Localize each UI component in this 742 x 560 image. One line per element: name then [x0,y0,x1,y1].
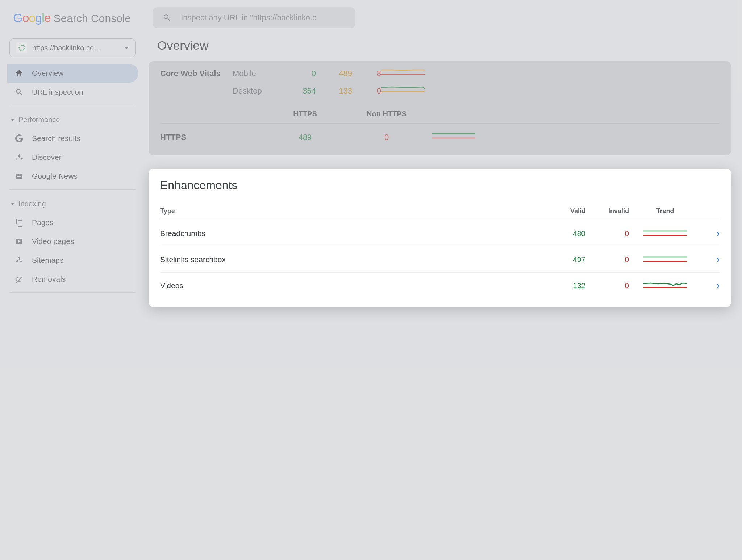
sidebar-item-discover[interactable]: Discover [7,148,138,167]
sidebar-section-performance[interactable]: Performance [7,111,138,129]
property-label: https://backlinko.co... [32,44,100,52]
sparkline [381,68,439,79]
chevron-down-icon [124,47,129,49]
sidebar-item-label: Pages [32,218,54,227]
app-logo: Google Search Console [13,11,131,25]
sidebar-item-label: Overview [32,69,64,78]
sidebar-item-label: Discover [32,153,62,162]
nonhttps-count: 0 [341,133,432,142]
section-label: Performance [18,116,60,124]
app-name: Search Console [54,12,131,25]
col-header-valid: Valid [546,207,585,215]
sidebar-section-indexing[interactable]: Indexing [7,195,138,213]
sitemaps-icon [14,256,24,265]
https-row[interactable]: HTTPS 489 0 [160,124,720,145]
url-inspect-search[interactable] [153,7,355,28]
col-header-https: HTTPS [269,110,341,118]
enh-valid: 132 [546,281,585,290]
col-header-type: Type [160,207,546,215]
https-header-row: HTTPS Non HTTPS [160,100,720,123]
cwv-good: 364 [283,86,316,96]
chevron-right-icon: › [701,280,720,291]
divider [9,292,136,293]
discover-icon [14,153,24,162]
sidebar-item-label: Sitemaps [32,256,64,265]
chevron-right-icon: › [701,228,720,239]
cwv-poor: 0 [352,86,381,96]
cwv-row-desktop[interactable]: Desktop 364 133 0 [160,82,720,100]
enh-invalid: 0 [585,281,629,290]
enh-type: Videos [160,281,546,290]
google-logo: Google [13,11,51,25]
enh-invalid: 0 [585,255,629,264]
sidebar-item-label: URL inspection [32,88,83,96]
enh-valid: 497 [546,255,585,264]
enhancements-title: Enhancements [160,179,720,192]
enh-valid: 480 [546,229,585,238]
chevron-right-icon: › [701,254,720,265]
enhancements-header-row: Type Valid Invalid Trend [160,204,720,220]
cwv-row-mobile[interactable]: Core Web Vitals Mobile 0 489 8 [160,65,720,82]
google-g-icon [14,134,24,143]
cwv-needs-improvement: 489 [316,69,352,78]
sidebar-item-url-inspection[interactable]: URL inspection [7,83,138,101]
sparkline [629,281,701,290]
sidebar-item-label: Search results [32,134,80,143]
svg-point-0 [19,45,25,51]
sidebar-item-google-news[interactable]: Google News [7,167,138,186]
enhancements-row-videos[interactable]: Videos 132 0 › [160,273,720,298]
sparkline [629,255,701,264]
col-header-trend: Trend [629,207,701,215]
sidebar-item-removals[interactable]: Removals [7,270,138,289]
sparkline [381,85,439,97]
chevron-down-icon [11,119,15,121]
cwv-device: Mobile [233,69,283,78]
news-icon [14,172,24,181]
sidebar-item-video-pages[interactable]: Video pages [7,232,138,251]
section-label: Indexing [18,200,46,208]
sidebar: https://backlinko.co... Overview URL ins… [0,36,145,335]
sparkline [432,132,720,143]
sidebar-item-sitemaps[interactable]: Sitemaps [7,251,138,270]
main-content: Overview Core Web Vitals Mobile 0 489 8 … [145,36,742,335]
app-shell: https://backlinko.co... Overview URL ins… [0,36,742,335]
cwv-device: Desktop [233,86,283,96]
https-count: 489 [269,133,341,142]
enhancements-row-breadcrumbs[interactable]: Breadcrumbs 480 0 › [160,220,720,246]
sparkline [629,229,701,238]
chevron-down-icon [11,203,15,205]
pages-icon [14,218,24,227]
sidebar-item-label: Video pages [32,237,74,246]
sidebar-item-overview[interactable]: Overview [7,64,138,83]
enh-type: Sitelinks searchbox [160,255,546,264]
cwv-label: Core Web Vitals [160,69,233,78]
enhancements-row-sitelinks-searchbox[interactable]: Sitelinks searchbox 497 0 › [160,246,720,273]
property-selector[interactable]: https://backlinko.co... [9,38,136,57]
search-icon [163,13,171,22]
page-title: Overview [157,38,731,53]
divider [9,105,136,105]
enhancements-card: Enhancements Type Valid Invalid Trend Br… [149,169,731,307]
video-pages-icon [14,237,24,246]
home-icon [14,69,24,78]
enh-invalid: 0 [585,229,629,238]
sidebar-item-pages[interactable]: Pages [7,213,138,232]
cwv-needs-improvement: 133 [316,86,352,96]
sidebar-item-search-results[interactable]: Search results [7,129,138,148]
enh-type: Breadcrumbs [160,229,546,238]
app-header: Google Search Console [0,0,742,36]
property-favicon [16,42,27,53]
experience-card: Core Web Vitals Mobile 0 489 8 Desktop 3… [149,61,731,155]
search-input[interactable] [181,13,345,22]
search-icon [14,88,24,96]
cwv-poor: 8 [352,69,381,78]
cwv-good: 0 [283,69,316,78]
col-header-nonhttps: Non HTTPS [341,110,432,118]
removals-icon [14,275,24,283]
sidebar-item-label: Google News [32,172,78,181]
https-row-label: HTTPS [160,133,269,142]
sidebar-item-label: Removals [32,275,66,283]
divider [9,189,136,190]
col-header-invalid: Invalid [585,207,629,215]
